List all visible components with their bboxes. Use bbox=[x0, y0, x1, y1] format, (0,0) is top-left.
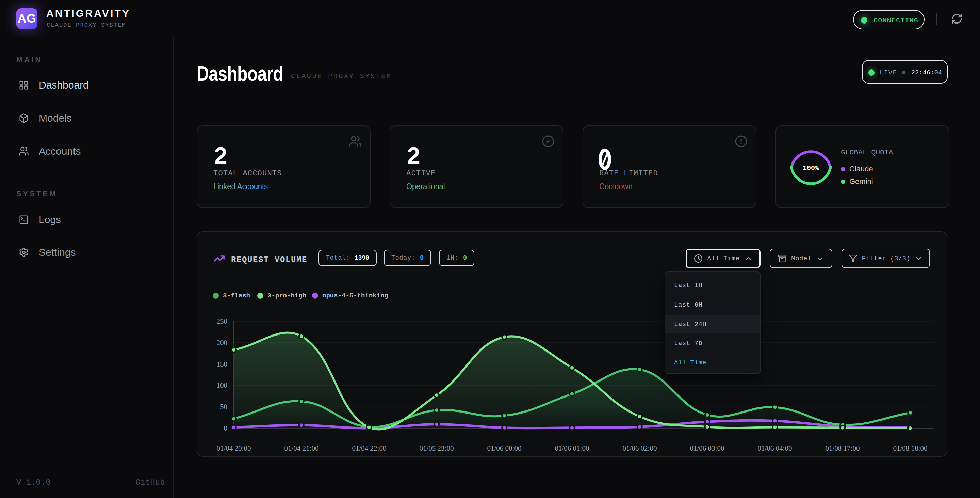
svg-text:100%: 100% bbox=[803, 164, 819, 172]
